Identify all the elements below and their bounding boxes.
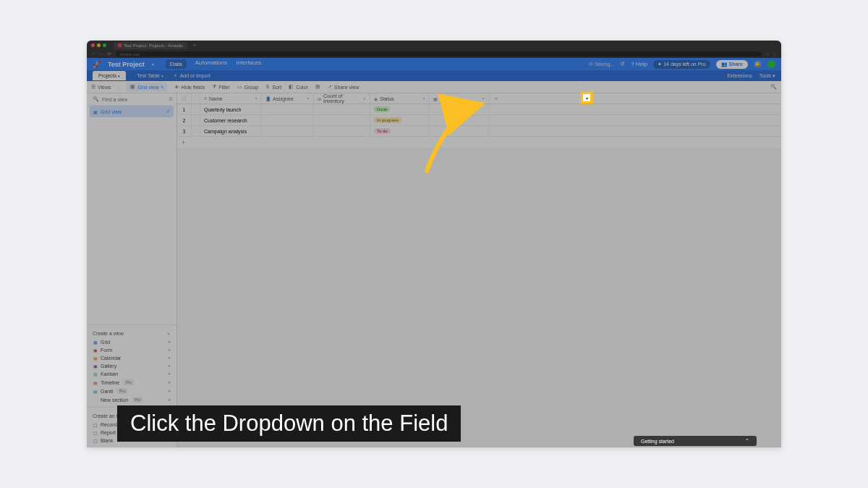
select-field-icon: ◉ <box>374 96 378 101</box>
cell-blank[interactable] <box>430 104 489 114</box>
create-view-header[interactable]: Create a view ⌄ <box>93 328 171 338</box>
tools-button[interactable]: Tools ▾ <box>760 73 775 79</box>
expand-record-button[interactable] <box>192 115 200 125</box>
create-form[interactable]: ▣Form+ <box>93 346 171 354</box>
row-number: 3 <box>177 126 192 136</box>
create-grid[interactable]: ▦Grid+ <box>93 338 171 346</box>
search-icon: 🔍 <box>93 96 99 102</box>
table-row[interactable]: 2Customer researchIn progress <box>177 115 781 126</box>
cell-name[interactable]: Customer research <box>200 115 262 125</box>
group-button[interactable]: ▭ Group <box>237 84 258 90</box>
cell-count[interactable] <box>314 126 370 136</box>
cell-assignee[interactable] <box>262 126 314 136</box>
base-dropdown-icon[interactable]: ▾ <box>152 62 154 67</box>
view-label: Grid view <box>101 109 122 114</box>
minimize-window-icon[interactable] <box>97 43 101 47</box>
new-tab-button[interactable]: + <box>193 42 197 49</box>
add-import-button[interactable]: + Add or import <box>174 73 210 78</box>
base-icon: 🚀 <box>93 61 101 68</box>
create-gallery[interactable]: ▣Gallery+ <box>93 362 171 370</box>
table-tab-projects[interactable]: Projects ▾ <box>93 71 126 80</box>
forward-icon[interactable]: → <box>99 51 104 57</box>
window-controls[interactable] <box>91 43 106 47</box>
close-window-icon[interactable] <box>91 43 95 47</box>
find-view-input[interactable] <box>102 97 166 102</box>
cell-blank[interactable] <box>430 126 489 136</box>
cell-assignee[interactable] <box>262 115 314 125</box>
create-timeline[interactable]: ▤TimelinePro+ <box>93 378 171 387</box>
create-calendar[interactable]: ▦Calendar+ <box>93 354 171 362</box>
extension-icon[interactable]: ☆ <box>766 51 770 56</box>
cell-count[interactable] <box>314 104 370 114</box>
cell-name[interactable]: Campaign analysis <box>200 126 262 136</box>
gear-icon[interactable]: ⚙ <box>169 96 173 102</box>
cell-assignee[interactable] <box>262 104 314 114</box>
nav-data[interactable]: Data <box>166 59 187 69</box>
current-view[interactable]: ▦ Grid view ▾ <box>127 83 166 91</box>
user-field-icon: 👤 <box>265 96 271 101</box>
sidebar: 🔍 ⚙ ▦ Grid view ✓ Create a view ⌄ ▦Grid+… <box>87 93 177 447</box>
nav-automations[interactable]: Automations <box>195 59 227 69</box>
search-icon[interactable]: 🔍 <box>770 84 777 90</box>
column-count[interactable]: ⊞Count of Inventory▾ <box>314 93 370 104</box>
history-icon[interactable]: ↺ <box>620 61 625 67</box>
field-dropdown-highlight[interactable]: ▾ <box>581 92 592 104</box>
color-button[interactable]: ◧ Color <box>289 84 308 90</box>
getting-started-panel[interactable]: Getting started ⌃ <box>634 436 757 446</box>
column-assignee[interactable]: 👤Assignee▾ <box>262 93 314 104</box>
reload-icon[interactable]: ⟳ <box>107 51 111 57</box>
filter-button[interactable]: ⧩ Filter <box>212 84 230 90</box>
avatar[interactable] <box>767 60 775 68</box>
chevron-up-icon: ⌃ <box>745 438 749 444</box>
chevron-down-icon: ▾ <box>307 96 310 101</box>
cell-name[interactable]: Quarterly launch <box>200 104 262 114</box>
browser-window: Test Project: Projects - Airtable + ← → … <box>87 41 781 447</box>
sidebar-view-grid[interactable]: ▦ Grid view ✓ <box>90 106 174 117</box>
cell-count[interactable] <box>314 115 370 125</box>
column-name[interactable]: AName▾ <box>200 93 262 104</box>
browser-tab[interactable]: Test Project: Projects - Airtable <box>114 42 187 49</box>
views-toggle[interactable]: ☰ Views <box>91 84 111 90</box>
menu-icon[interactable]: ⋮ <box>773 51 777 56</box>
cell-status[interactable]: To do <box>370 126 430 136</box>
nav-interfaces[interactable]: Interfaces <box>236 59 261 69</box>
cell-status[interactable]: In progress <box>370 115 430 125</box>
create-new-section[interactable]: New sectionPro+ <box>93 395 171 404</box>
column-blank[interactable]: ▦▾ <box>430 93 489 104</box>
add-record-button[interactable]: + <box>177 137 781 148</box>
grid-header-row: ☐ AName▾ 👤Assignee▾ ⊞Count of Inventory▾… <box>177 93 781 104</box>
table-tab-test[interactable]: Test Table ▾ <box>132 72 168 80</box>
help-button[interactable]: ? Help <box>631 61 647 67</box>
share-button[interactable]: 👥 Share <box>716 60 748 69</box>
cell-blank[interactable] <box>430 115 489 125</box>
maximize-window-icon[interactable] <box>103 43 106 47</box>
back-icon[interactable]: ← <box>91 51 96 57</box>
table-row[interactable]: 1Quarterly launchDone <box>177 104 781 115</box>
expand-record-button[interactable] <box>192 126 200 136</box>
row-height-button[interactable]: ▤ <box>315 84 320 90</box>
table-row[interactable]: 3Campaign analysisTo do <box>177 126 781 137</box>
date-field-icon: ▦ <box>433 96 438 101</box>
select-all-checkbox[interactable]: ☐ <box>177 93 192 104</box>
grid-icon: ▦ <box>93 109 98 114</box>
table-tabs: Projects ▾ Test Table ▾ + Add or import … <box>87 70 781 81</box>
sort-button[interactable]: ⇅ Sort <box>265 84 281 90</box>
hide-fields-button[interactable]: 👁 Hide fields <box>174 85 205 90</box>
expand-record-button[interactable] <box>192 104 200 114</box>
create-kanban[interactable]: ▥Kanban+ <box>93 370 171 378</box>
trial-badge[interactable]: ✦ 14 days left on Pro <box>653 60 710 69</box>
column-status[interactable]: ◉Status▾ <box>370 93 430 104</box>
notifications-icon[interactable]: 🔔 <box>754 60 762 68</box>
address-bar[interactable]: airtable.com <box>116 51 762 56</box>
row-number: 1 <box>177 104 192 114</box>
add-field-button[interactable]: + <box>489 93 503 104</box>
create-gantt[interactable]: ▤GanttPro+ <box>93 387 171 395</box>
base-name[interactable]: Test Project <box>108 61 145 68</box>
cell-status[interactable]: Done <box>370 104 430 114</box>
favicon-icon <box>118 43 122 47</box>
extensions-button[interactable]: Extensions <box>727 73 752 79</box>
find-view[interactable]: 🔍 ⚙ <box>87 93 176 106</box>
tab-title: Test Project: Projects - Airtable <box>124 43 183 48</box>
tutorial-caption: Click the Dropdown on the Field <box>117 405 461 442</box>
share-view-button[interactable]: ↗ Share view <box>328 84 359 90</box>
